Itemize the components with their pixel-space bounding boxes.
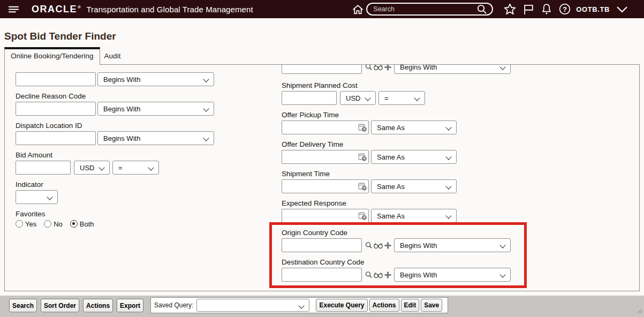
radio-label: Yes [25,220,36,228]
radio-yes[interactable]: Yes [16,220,36,228]
dispatch-location-id-input[interactable] [16,131,96,145]
offer-delivery-time-operator-select[interactable]: Same As [371,150,457,164]
actions-button[interactable]: Actions [83,299,113,312]
field-group-indicator: Indicator [16,180,219,204]
flag-icon[interactable] [522,3,535,16]
binoculars-icon[interactable] [373,270,383,279]
field-input[interactable] [16,72,96,86]
select-value: Begins With [400,64,437,71]
add-icon[interactable] [384,64,392,71]
destination-country-code-input[interactable] [282,268,362,282]
favorites-star-icon[interactable] [503,2,517,17]
binoculars-icon[interactable] [373,241,383,250]
hamburger-icon[interactable] [7,3,20,16]
add-icon[interactable] [384,271,392,279]
field-label: Favorites [16,210,219,218]
search-button[interactable]: Search [9,299,37,312]
shipment-time-operator-select[interactable]: Same As [371,179,457,193]
page-title: Spot Bid Tender Finder [4,31,644,42]
radio-label: Both [80,220,94,228]
field-group-favorites: FavoritesYesNoBoth [16,210,219,228]
oracle-logo: ORACLE® [32,4,81,15]
select-value: USD [346,94,360,102]
offer-delivery-time-input[interactable] [282,150,369,164]
field-group-destination-country-code: Destination Country CodeBegins With [282,258,517,282]
lookup-icons [365,64,392,71]
origin-country-code-input[interactable] [282,238,362,252]
shipment-planned-cost-operator-select[interactable]: = [378,91,425,105]
dispatch-location-id-operator-select[interactable]: Begins With [97,131,214,145]
calendar-clock-icon[interactable] [358,152,367,164]
field-group-bid-amount: Bid AmountUSD= [16,151,219,175]
radio-dot [16,220,23,228]
field-label: Indicator [16,180,219,188]
search-icon[interactable] [476,3,488,15]
tab-online-booking-tendering[interactable]: Online Booking/Tendering [4,47,100,65]
offer-pickup-time-operator-select[interactable]: Same As [371,120,457,134]
svg-text:?: ? [563,5,567,13]
field-label: Shipment Time [282,170,517,178]
field-group-offer-delivery-time: Offer Delivery TimeSame As [282,140,517,164]
search-icon[interactable] [365,64,373,71]
select-value: Begins With [400,241,437,250]
bid-amount-operator-select[interactable]: = [112,161,159,175]
actions-button[interactable]: Actions [369,299,399,312]
chevron-down-icon[interactable] [615,3,629,15]
product-title: Transportation and Global Trade Manageme… [86,5,253,14]
save-button[interactable]: Save [421,299,442,312]
select-value: Same As [377,183,405,191]
radio-dot [44,220,51,228]
field-row: Same As [282,150,517,164]
edit-button[interactable]: Edit [401,299,420,312]
search-icon[interactable] [365,241,373,250]
shipment-planned-cost-input[interactable] [282,91,337,105]
expected-response-operator-select[interactable]: Same As [371,209,457,223]
bid-amount-currency-select[interactable]: USD [74,161,110,175]
calendar-clock-icon[interactable] [358,123,367,134]
field-label: Offer Delivery Time [282,140,517,148]
sort-order-button[interactable]: Sort Order [41,299,79,312]
radio-no[interactable]: No [44,220,63,228]
select-value: Same As [377,124,405,132]
resize-grip-icon[interactable] [635,306,642,316]
field-group-expected-response: Expected ResponseSame As [282,199,517,223]
global-search-input[interactable]: Search [366,3,493,16]
datetime-field [282,179,369,193]
indicator-select[interactable] [16,190,58,204]
user-id[interactable]: OOTB.TB [576,5,610,13]
search-icon[interactable] [365,270,373,279]
lookup-icons [365,270,392,279]
field-operator-select[interactable]: Begins With [97,72,214,86]
export-button[interactable]: Export [117,299,143,312]
home-icon[interactable] [351,3,365,16]
field-input[interactable] [282,64,362,74]
offer-pickup-time-input[interactable] [282,120,369,134]
add-icon[interactable] [384,241,392,250]
field-row: USD= [16,161,219,175]
shipment-time-input[interactable] [282,179,369,193]
calendar-clock-icon[interactable] [358,182,367,193]
radio-both[interactable]: Both [70,220,94,228]
saved-query-select[interactable] [196,299,309,312]
bid-amount-input[interactable] [16,161,71,175]
help-icon[interactable]: ? [558,2,572,16]
calendar-clock-icon[interactable] [358,211,367,223]
datetime-field [282,209,369,223]
field-row: Begins With [16,131,219,145]
expected-response-input[interactable] [282,209,369,223]
notifications-bell-icon[interactable] [540,2,554,16]
shipment-planned-cost-currency-select[interactable]: USD [340,91,376,105]
field-group-origin-country-code: Origin Country CodeBegins With [282,229,517,252]
execute-query-button[interactable]: Execute Query [316,299,367,312]
select-value: = [118,164,123,172]
origin-country-code-operator-select[interactable]: Begins With [394,238,511,252]
field-row: Same As [282,179,517,193]
select-value: Begins With [103,134,140,142]
field-operator-select[interactable]: Begins With [394,64,511,74]
decline-reason-code-input[interactable] [16,102,96,116]
destination-country-code-operator-select[interactable]: Begins With [394,268,511,282]
binoculars-icon[interactable] [373,64,383,71]
tab-audit[interactable]: Audit [100,47,125,64]
decline-reason-code-operator-select[interactable]: Begins With [97,102,214,116]
field-label: Decline Reason Code [16,92,219,100]
